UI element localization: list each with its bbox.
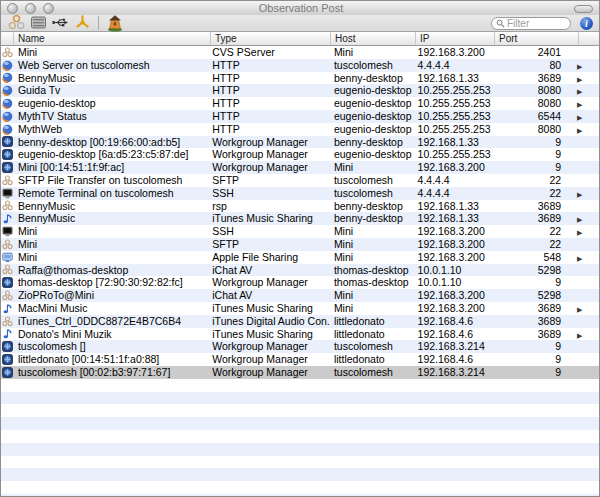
cell-name: Mini [14, 251, 210, 264]
cell-name: tuscolomesh [] [14, 340, 210, 353]
cell-ip: 192.168.3.200 [415, 161, 494, 174]
table-row[interactable]: BennyMusicHTTPbenny-desktop192.168.1.333… [1, 72, 599, 85]
toolbar-separator [98, 16, 99, 30]
filter-field[interactable] [491, 17, 571, 30]
cell-host: eugenio-desktop [330, 110, 415, 123]
cell-name: BennyMusic [14, 72, 210, 85]
disclosure-arrow-icon[interactable]: ▶ [565, 187, 599, 200]
table-row[interactable]: BennyMusiciTunes Music Sharingbenny-desk… [1, 212, 599, 225]
table-row[interactable]: tuscolomesh [00:02:b3:97:71:67]Workgroup… [1, 366, 599, 379]
firewire-button[interactable] [71, 14, 93, 31]
table-row[interactable]: SFTP File Transfer on tuscolomeshSFTPtus… [1, 174, 599, 187]
info-button[interactable]: i [580, 17, 593, 30]
column-header-host[interactable]: Host [331, 32, 416, 45]
table-row[interactable]: ZioPRoTo@MiniiChat AVMini192.168.3.20052… [1, 289, 599, 302]
table-row[interactable]: BennyMusicrspbenny-desktop192.168.1.3336… [1, 200, 599, 213]
disclosure-arrow-icon[interactable]: ▶ [565, 251, 599, 264]
cell-type: iChat AV [210, 264, 330, 277]
table-row[interactable]: MacMini MusiciTunes Music SharingMini192… [1, 302, 599, 315]
cell-port: 8080 [493, 123, 565, 136]
arrow-cell-empty [565, 148, 599, 161]
column-header-blank[interactable] [579, 32, 600, 45]
column-header-ip[interactable]: IP [416, 32, 495, 45]
cell-ip: 4.4.4.4 [415, 174, 494, 187]
arrow-cell-empty [565, 174, 599, 187]
cell-port: 5298 [493, 289, 565, 302]
disclosure-arrow-icon[interactable]: ▶ [565, 110, 599, 123]
table-row[interactable]: iTunes_Ctrl_0DDC8872E4B7C6B4iTunes Digit… [1, 315, 599, 328]
table-row[interactable]: Raffa@thomas-desktopiChat AVthomas-deskt… [1, 264, 599, 277]
bonjour-logo-icon [8, 14, 25, 31]
cell-port: 3689 [493, 315, 565, 328]
table-row[interactable]: Web Server on tuscolomeshHTTPtuscolomesh… [1, 59, 599, 72]
table-row[interactable]: MythTV StatusHTTPeugenio-desktop10.255.2… [1, 110, 599, 123]
cell-type: iTunes Music Sharing [210, 302, 330, 315]
table-row[interactable]: thomas-desktop [72:90:30:92:82:fc]Workgr… [1, 276, 599, 289]
table-row[interactable]: MiniApple File SharingMini192.168.3.2005… [1, 251, 599, 264]
arrow-cell-empty [565, 340, 599, 353]
table-row[interactable]: MiniSFTPMini192.168.3.20022 [1, 238, 599, 251]
disclosure-arrow-icon[interactable]: ▶ [565, 225, 599, 238]
disclosure-arrow-icon[interactable]: ▶ [565, 123, 599, 136]
cell-host: Mini [330, 302, 415, 315]
column-header-port[interactable]: Port [495, 32, 579, 45]
disclosure-arrow-icon[interactable]: ▶ [565, 212, 599, 225]
column-header-name[interactable]: Name [14, 32, 211, 45]
cell-name: littledonato [00:14:51:1f:a0:88] [14, 353, 210, 366]
table-row[interactable]: benny-desktop [00:19:66:00:ad:b5]Workgro… [1, 136, 599, 149]
arrow-cell-empty [565, 366, 599, 379]
cell-type: iTunes Music Sharing [210, 328, 330, 341]
server-button[interactable] [27, 14, 49, 31]
usb-button[interactable] [49, 14, 71, 31]
table-row[interactable]: Mini [00:14:51:1f:9f:ac]Workgroup Manage… [1, 161, 599, 174]
disclosure-arrow-icon[interactable]: ▶ [565, 72, 599, 85]
cell-name: Guida Tv [14, 84, 210, 97]
cell-ip: 10.255.255.253 [415, 148, 494, 161]
filter-input[interactable] [507, 18, 565, 29]
cell-name: Raffa@thomas-desktop [14, 264, 210, 277]
table-row[interactable]: Guida TvHTTPeugenio-desktop10.255.255.25… [1, 84, 599, 97]
cell-name: eugenio-desktop [14, 97, 210, 110]
observation-post-app-button[interactable] [104, 14, 126, 31]
disclosure-arrow-icon[interactable]: ▶ [565, 302, 599, 315]
column-header-blank[interactable] [1, 32, 14, 45]
cell-port: 22 [493, 225, 565, 238]
cell-type: Workgroup Manager [210, 366, 330, 379]
globe-icon [1, 123, 14, 136]
cell-name: SFTP File Transfer on tuscolomesh [14, 174, 210, 187]
cell-port: 9 [493, 340, 565, 353]
table-row[interactable]: eugenio-desktopHTTPeugenio-desktop10.255… [1, 97, 599, 110]
cell-port: 9 [493, 148, 565, 161]
cell-name: Mini [14, 225, 210, 238]
cell-host: eugenio-desktop [330, 123, 415, 136]
disclosure-arrow-icon[interactable]: ▶ [565, 59, 599, 72]
table-row[interactable]: eugenio-desktop [6a:d5:23:c5:87:de]Workg… [1, 148, 599, 161]
cell-port: 6544 [493, 110, 565, 123]
disclosure-arrow-icon[interactable]: ▶ [565, 84, 599, 97]
table-row[interactable]: MiniSSHMini192.168.3.20022▶ [1, 225, 599, 238]
table-row[interactable]: tuscolomesh []Workgroup Managertuscolome… [1, 340, 599, 353]
cell-host: Mini [330, 238, 415, 251]
cell-ip: 192.168.3.200 [415, 302, 494, 315]
column-header-type[interactable]: Type [211, 32, 331, 45]
table-row[interactable]: Donato's Mini MuzikiTunes Music Sharingl… [1, 328, 599, 341]
cell-type: HTTP [210, 72, 330, 85]
table-row[interactable]: littledonato [00:14:51:1f:a0:88]Workgrou… [1, 353, 599, 366]
titlebar[interactable]: Observation Post [1, 1, 600, 15]
bonjour-icon [1, 238, 14, 251]
table-row[interactable]: MythWebHTTPeugenio-desktop10.255.255.253… [1, 123, 599, 136]
table-row[interactable]: MiniCVS PServerMini192.168.3.2002401 [1, 46, 599, 59]
arrow-cell-empty [565, 353, 599, 366]
cell-port: 80 [493, 59, 565, 72]
cell-type: Workgroup Manager [210, 148, 330, 161]
toolbar-toggle-pill[interactable] [574, 5, 593, 13]
disclosure-arrow-icon[interactable]: ▶ [565, 328, 599, 341]
cell-ip: 10.255.255.253 [415, 110, 494, 123]
wgm-icon [1, 276, 14, 289]
table-row[interactable]: Remote Terminal on tuscolomeshSSHtuscolo… [1, 187, 599, 200]
globe-icon [1, 59, 14, 72]
cell-name: thomas-desktop [72:90:30:92:82:fc] [14, 276, 210, 289]
bonjour-services-button[interactable] [5, 14, 27, 31]
cell-name: Remote Terminal on tuscolomesh [14, 187, 210, 200]
disclosure-arrow-icon[interactable]: ▶ [565, 97, 599, 110]
